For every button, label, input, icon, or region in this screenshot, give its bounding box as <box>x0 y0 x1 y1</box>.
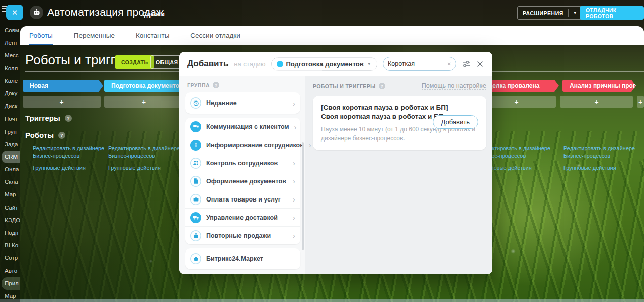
stage-color-square <box>277 61 283 67</box>
sidebar-item[interactable]: Авто <box>0 265 20 277</box>
filter-sliders-icon[interactable] <box>462 59 471 68</box>
group-item-control[interactable]: Контроль сотрудников › <box>185 154 300 172</box>
close-icon[interactable] <box>476 60 484 68</box>
search-value: Короткая <box>388 60 415 67</box>
add-robot-plus-button[interactable]: + <box>23 96 101 108</box>
caret-down-icon: ▼ <box>573 11 577 15</box>
tab-strip: Роботы Переменные Константы Сессии отлад… <box>20 26 644 45</box>
sidebar-item[interactable]: Совм <box>0 24 20 37</box>
text-cursor <box>416 60 416 67</box>
robot-icon <box>30 6 43 19</box>
sidebar-item[interactable]: Колл <box>0 62 20 75</box>
basket-icon <box>190 230 201 241</box>
chevron-right-icon: › <box>293 195 295 204</box>
chevron-right-icon: › <box>293 99 295 108</box>
recent-group-card: Недавние › <box>185 92 300 114</box>
groups-panel: ГРУППА ? Недавние › Коммуникация с клиен… <box>179 76 305 274</box>
sidebar-item[interactable]: Диск <box>0 100 20 113</box>
users-icon <box>190 158 201 169</box>
group-item-delivery[interactable]: Управление доставкой › <box>185 208 300 226</box>
modal-title: Добавить <box>187 59 228 69</box>
sidebar-item[interactable]: Сайт <box>0 202 20 214</box>
robot-debugger-button[interactable]: ОТЛАДЧИК РОБОТОВ <box>580 6 644 20</box>
sidebar-item[interactable]: Лент <box>0 37 20 49</box>
create-button[interactable]: СОЗДАТЬ <box>115 55 154 69</box>
sidebar-item[interactable]: Доку <box>0 87 20 100</box>
sidebar-item[interactable]: Зада <box>0 138 20 151</box>
triggers-section-label: Триггеры <box>25 114 60 122</box>
sidebar-item[interactable]: BI Ко <box>0 239 20 252</box>
sidebar-item[interactable]: Сотр <box>0 252 20 264</box>
sidebar-item[interactable]: Скла <box>0 176 20 188</box>
search-input[interactable]: Короткая ✕ <box>383 57 456 71</box>
button-divider <box>568 9 569 17</box>
sidebar-item[interactable]: Мар <box>0 290 20 302</box>
group-item-documents[interactable]: Оформление документов › <box>185 172 300 190</box>
help-icon[interactable]: ? <box>213 82 219 88</box>
stage-column-fail-analysis[interactable]: Анализ причины провала <box>562 80 636 92</box>
help-icon[interactable]: ? <box>65 115 72 122</box>
setup-help-link[interactable]: Помощь по настройке <box>422 82 486 90</box>
group-actions-link[interactable]: Групповые действия <box>108 164 185 172</box>
market-bag-icon <box>190 253 201 264</box>
robot-links-column: Редактировать в дизайнере Бизнес-процесс… <box>108 145 185 172</box>
help-icon[interactable]: ? <box>58 132 65 139</box>
results-header: РОБОТЫ И ТРИГГЕРЫ ? Помощь по настройке <box>313 82 486 90</box>
add-robot-plus-button[interactable]: + <box>637 96 644 108</box>
edit-in-designer-link[interactable]: Редактировать в дизайнере Бизнес-процесс… <box>33 145 109 160</box>
sidebar-item[interactable]: Месс <box>0 49 20 62</box>
help-icon[interactable]: ? <box>379 83 385 89</box>
group-item-payments[interactable]: Оплата товаров и услуг › <box>185 190 300 208</box>
group-item-recent[interactable]: Недавние › <box>185 92 300 114</box>
add-robot-plus-button[interactable]: + <box>104 96 184 108</box>
tab-variables[interactable]: Переменные <box>74 26 115 45</box>
sidebar-item[interactable]: Мар <box>0 188 20 201</box>
group-item-repeat-sales[interactable]: Повторные продажи › <box>185 226 300 244</box>
group-item-communication[interactable]: Коммуникация с клиентом › <box>185 118 300 136</box>
chat-bubbles-icon <box>190 121 201 132</box>
groups-header: ГРУППА ? <box>187 82 300 88</box>
tab-robots[interactable]: Роботы <box>29 26 53 45</box>
group-item-market[interactable]: Битрикс24.Маркет <box>185 248 300 269</box>
chevron-right-icon: › <box>309 141 311 149</box>
group-actions-link[interactable]: Групповые действия <box>33 164 109 172</box>
group-item-informing[interactable]: Информирование сотрудников › <box>185 136 300 154</box>
sidebar-item[interactable]: Подп <box>0 227 20 239</box>
sidebar-item[interactable]: КЭДО <box>0 214 20 227</box>
sidebar-item[interactable]: Груп <box>0 126 20 138</box>
app-screen: Роботы и триггеры СОЗДАТЬ ОБЩАЯ ▼ Новая … <box>0 0 644 302</box>
edit-in-designer-link[interactable]: Редактировать в дизайнере Бизнес-процесс… <box>108 145 185 160</box>
group-actions-link[interactable]: Групповые действия <box>564 164 640 172</box>
sidebar-item-crm[interactable]: CRM <box>2 151 20 163</box>
modal-body: ГРУППА ? Недавние › Коммуникация с клиен… <box>179 76 492 274</box>
extensions-button[interactable]: РАСШИРЕНИЯ ▼ <box>517 6 583 20</box>
groups-list-card: Коммуникация с клиентом › Информирование… <box>185 118 300 244</box>
sidebar-item[interactable]: Кале <box>0 75 20 87</box>
sidebar-item[interactable]: Прил <box>2 277 20 290</box>
info-icon <box>190 140 201 151</box>
add-robot-modal: Добавить на стадию Подготовка документов… <box>179 52 492 274</box>
stage-selector[interactable]: Подготовка документов ▼ <box>271 57 377 71</box>
chevron-right-icon: › <box>294 123 297 131</box>
add-robot-button[interactable]: Добавить <box>433 115 478 129</box>
results-panel: РОБОТЫ И ТРИГГЕРЫ ? Помощь по настройке … <box>305 76 492 274</box>
stage-column-new[interactable]: Новая <box>23 80 103 92</box>
sidebar-close-button[interactable]: ✕ <box>6 5 23 20</box>
sidebar-item[interactable]: Почт <box>0 113 20 125</box>
tab-constants[interactable]: Константы <box>136 26 169 45</box>
truck-icon <box>190 212 201 223</box>
edit-in-designer-link[interactable]: Редактировать в дизайнере Бизнес-процесс… <box>564 145 640 160</box>
market-card: Битрикс24.Маркет <box>185 248 300 269</box>
sidebar-item[interactable]: Онла <box>0 163 20 176</box>
add-robot-plus-button[interactable]: + <box>560 96 633 108</box>
tab-debug-sessions[interactable]: Сессии отладки <box>190 26 240 45</box>
stage-prefix-label: на стадию <box>234 60 265 68</box>
sidebar-menu: Совм Лент Месс Колл Кале Доку Диск Почт … <box>0 24 20 302</box>
entity-selector[interactable]: Сделки <box>142 11 165 18</box>
chevron-right-icon: › <box>293 159 295 167</box>
clear-search-icon[interactable]: ✕ <box>447 61 451 67</box>
top-bar: ✕ Автоматизация продаж Сделки РАСШИРЕНИЯ… <box>0 0 644 25</box>
groups-scrollbar[interactable] <box>302 142 304 250</box>
stage-column-docs[interactable]: Подготовка документов <box>104 80 184 92</box>
history-icon <box>190 97 201 109</box>
